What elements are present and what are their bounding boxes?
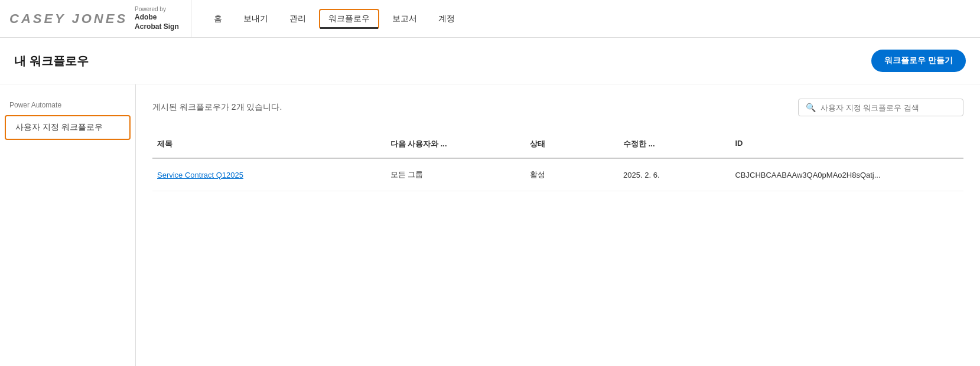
nav-report[interactable]: 보고서 (382, 0, 428, 37)
col-header-id: ID (730, 136, 963, 152)
table-header: 제목 다음 사용자와 ... 상태 수정한 ... ID (152, 130, 963, 159)
header: CASEY JONES Powered by Adobe Acrobat Sig… (0, 0, 980, 38)
nav-home[interactable]: 홈 (203, 0, 233, 37)
cell-status: 활성 (525, 167, 618, 182)
powered-label: Powered by (135, 5, 179, 13)
table-row: Service Contract Q12025 모든 그룹 활성 2025. 2… (152, 159, 963, 191)
content-area: 게시된 워크플로우가 2개 있습니다. 🔍 제목 다음 사용자와 ... 상태 … (136, 84, 980, 366)
nav-manage[interactable]: 관리 (279, 0, 317, 37)
logo: CASEY JONES (9, 11, 128, 27)
col-header-modified: 수정한 ... (618, 136, 730, 152)
main-layout: Power Automate 사용자 지정 워크플로우 게시된 워크플로우가 2… (0, 84, 980, 366)
col-header-title: 제목 (152, 136, 386, 152)
content-top-bar: 게시된 워크플로우가 2개 있습니다. 🔍 (152, 99, 963, 116)
result-count-text: 게시된 워크플로우가 2개 있습니다. (152, 102, 282, 113)
cell-id: CBJCHBCAABAAw3QA0pMAo2H8sQatj... (730, 168, 963, 182)
col-header-status: 상태 (525, 136, 618, 152)
adobe-product: Acrobat Sign (135, 22, 179, 32)
sidebar-item-custom-workflow[interactable]: 사용자 지정 워크플로우 (5, 115, 131, 140)
logo-area: CASEY JONES Powered by Adobe Acrobat Sig… (9, 0, 191, 37)
col-header-shared: 다음 사용자와 ... (386, 136, 526, 152)
page-title: 내 워크플로우 (14, 53, 89, 69)
sidebar: Power Automate 사용자 지정 워크플로우 (0, 84, 136, 366)
nav-workflow[interactable]: 워크플로우 (319, 9, 379, 29)
cell-shared-with: 모든 그룹 (386, 167, 526, 182)
search-box[interactable]: 🔍 (798, 99, 963, 116)
cell-modified: 2025. 2. 6. (618, 168, 730, 182)
adobe-brand: Adobe (135, 13, 179, 22)
powered-by-block: Powered by Adobe Acrobat Sign (135, 5, 179, 31)
workflow-table: 제목 다음 사용자와 ... 상태 수정한 ... ID Service Con… (152, 130, 963, 191)
nav-send[interactable]: 보내기 (233, 0, 279, 37)
page-header: 내 워크플로우 워크플로우 만들기 (0, 38, 980, 84)
cell-title[interactable]: Service Contract Q12025 (152, 168, 386, 182)
main-nav: 홈 보내기 관리 워크플로우 보고서 계정 (203, 0, 465, 37)
search-input[interactable] (821, 103, 956, 112)
sidebar-section-label: Power Automate (0, 96, 135, 114)
nav-settings[interactable]: 계정 (428, 0, 465, 37)
create-workflow-button[interactable]: 워크플로우 만들기 (871, 50, 966, 72)
search-icon: 🔍 (806, 103, 816, 112)
